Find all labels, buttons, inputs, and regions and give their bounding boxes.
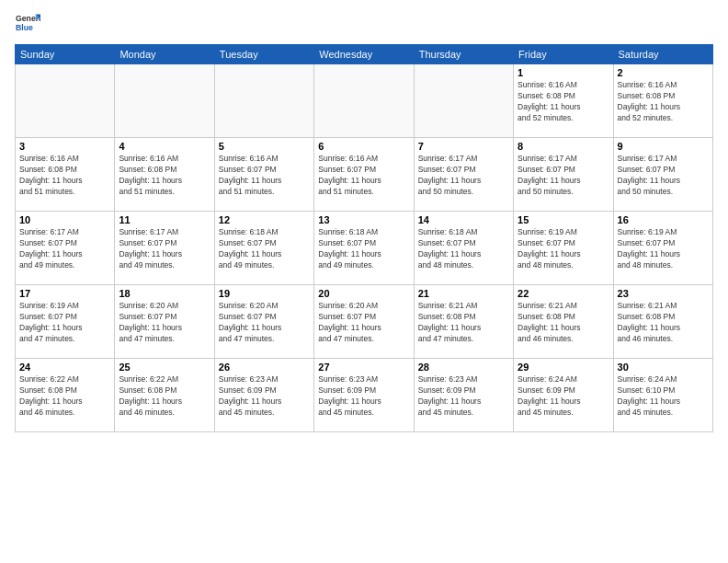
day-info: Sunrise: 6:17 AM Sunset: 6:07 PM Dayligh… bbox=[119, 227, 210, 271]
day-info: Sunrise: 6:19 AM Sunset: 6:07 PM Dayligh… bbox=[518, 227, 609, 271]
day-info: Sunrise: 6:17 AM Sunset: 6:07 PM Dayligh… bbox=[19, 227, 110, 271]
day-info: Sunrise: 6:21 AM Sunset: 6:08 PM Dayligh… bbox=[418, 301, 509, 345]
day-number: 22 bbox=[518, 288, 609, 299]
day-cell: 21Sunrise: 6:21 AM Sunset: 6:08 PM Dayli… bbox=[414, 285, 513, 359]
day-cell: 11Sunrise: 6:17 AM Sunset: 6:07 PM Dayli… bbox=[115, 212, 214, 285]
day-cell: 7Sunrise: 6:17 AM Sunset: 6:07 PM Daylig… bbox=[414, 138, 513, 212]
day-cell: 15Sunrise: 6:19 AM Sunset: 6:07 PM Dayli… bbox=[514, 212, 613, 285]
day-cell: 9Sunrise: 6:17 AM Sunset: 6:07 PM Daylig… bbox=[613, 138, 712, 212]
day-number: 6 bbox=[318, 141, 409, 152]
day-cell: 28Sunrise: 6:23 AM Sunset: 6:09 PM Dayli… bbox=[414, 359, 513, 432]
day-info: Sunrise: 6:16 AM Sunset: 6:08 PM Dayligh… bbox=[19, 154, 110, 198]
day-cell: 5Sunrise: 6:16 AM Sunset: 6:07 PM Daylig… bbox=[214, 138, 313, 212]
day-cell: 27Sunrise: 6:23 AM Sunset: 6:09 PM Dayli… bbox=[314, 359, 414, 432]
day-cell: 30Sunrise: 6:24 AM Sunset: 6:10 PM Dayli… bbox=[613, 359, 712, 432]
day-cell: 22Sunrise: 6:21 AM Sunset: 6:08 PM Dayli… bbox=[514, 285, 613, 359]
day-info: Sunrise: 6:24 AM Sunset: 6:09 PM Dayligh… bbox=[518, 374, 609, 419]
week-row-5: 24Sunrise: 6:22 AM Sunset: 6:08 PM Dayli… bbox=[16, 359, 713, 432]
day-number: 16 bbox=[618, 214, 709, 225]
day-cell: 12Sunrise: 6:18 AM Sunset: 6:07 PM Dayli… bbox=[214, 212, 313, 285]
day-cell: 1Sunrise: 6:16 AM Sunset: 6:08 PM Daylig… bbox=[514, 64, 613, 138]
day-number: 13 bbox=[318, 214, 409, 225]
day-info: Sunrise: 6:23 AM Sunset: 6:09 PM Dayligh… bbox=[418, 374, 509, 419]
day-number: 20 bbox=[318, 288, 409, 299]
day-number: 18 bbox=[119, 288, 210, 299]
day-info: Sunrise: 6:21 AM Sunset: 6:08 PM Dayligh… bbox=[618, 301, 709, 345]
day-cell: 26Sunrise: 6:23 AM Sunset: 6:09 PM Dayli… bbox=[214, 359, 313, 432]
day-number: 25 bbox=[119, 362, 210, 373]
logo: General Blue bbox=[15, 11, 40, 37]
day-info: Sunrise: 6:23 AM Sunset: 6:09 PM Dayligh… bbox=[318, 374, 409, 419]
day-info: Sunrise: 6:16 AM Sunset: 6:08 PM Dayligh… bbox=[119, 154, 210, 198]
day-cell bbox=[414, 64, 513, 138]
day-number: 26 bbox=[219, 362, 310, 373]
day-cell: 18Sunrise: 6:20 AM Sunset: 6:07 PM Dayli… bbox=[115, 285, 214, 359]
day-number: 5 bbox=[219, 141, 310, 152]
day-cell bbox=[115, 64, 214, 138]
day-number: 10 bbox=[19, 214, 110, 225]
day-info: Sunrise: 6:23 AM Sunset: 6:09 PM Dayligh… bbox=[219, 374, 310, 419]
day-cell: 25Sunrise: 6:22 AM Sunset: 6:08 PM Dayli… bbox=[115, 359, 214, 432]
day-info: Sunrise: 6:16 AM Sunset: 6:08 PM Dayligh… bbox=[518, 80, 609, 124]
day-number: 27 bbox=[318, 362, 409, 373]
day-number: 12 bbox=[219, 214, 310, 225]
day-info: Sunrise: 6:19 AM Sunset: 6:07 PM Dayligh… bbox=[618, 227, 709, 271]
weekday-header-wednesday: Wednesday bbox=[314, 45, 414, 64]
weekday-header-friday: Friday bbox=[514, 45, 613, 64]
day-number: 11 bbox=[119, 214, 210, 225]
day-cell bbox=[16, 64, 115, 138]
day-number: 3 bbox=[19, 141, 110, 152]
day-info: Sunrise: 6:20 AM Sunset: 6:07 PM Dayligh… bbox=[318, 301, 409, 345]
day-info: Sunrise: 6:17 AM Sunset: 6:07 PM Dayligh… bbox=[418, 154, 509, 198]
weekday-header-row: SundayMondayTuesdayWednesdayThursdayFrid… bbox=[16, 45, 713, 64]
day-cell: 4Sunrise: 6:16 AM Sunset: 6:08 PM Daylig… bbox=[115, 138, 214, 212]
day-info: Sunrise: 6:17 AM Sunset: 6:07 PM Dayligh… bbox=[518, 154, 609, 198]
day-number: 24 bbox=[19, 362, 110, 373]
day-info: Sunrise: 6:17 AM Sunset: 6:07 PM Dayligh… bbox=[618, 154, 709, 198]
day-cell: 29Sunrise: 6:24 AM Sunset: 6:09 PM Dayli… bbox=[514, 359, 613, 432]
weekday-header-monday: Monday bbox=[115, 45, 214, 64]
day-info: Sunrise: 6:16 AM Sunset: 6:07 PM Dayligh… bbox=[219, 154, 310, 198]
calendar-table: SundayMondayTuesdayWednesdayThursdayFrid… bbox=[15, 44, 713, 432]
day-cell bbox=[214, 64, 313, 138]
day-number: 21 bbox=[418, 288, 509, 299]
day-number: 7 bbox=[418, 141, 509, 152]
day-info: Sunrise: 6:18 AM Sunset: 6:07 PM Dayligh… bbox=[219, 227, 310, 271]
day-info: Sunrise: 6:22 AM Sunset: 6:08 PM Dayligh… bbox=[119, 374, 210, 419]
day-number: 28 bbox=[418, 362, 509, 373]
day-info: Sunrise: 6:18 AM Sunset: 6:07 PM Dayligh… bbox=[318, 227, 409, 271]
day-info: Sunrise: 6:20 AM Sunset: 6:07 PM Dayligh… bbox=[219, 301, 310, 345]
day-info: Sunrise: 6:16 AM Sunset: 6:08 PM Dayligh… bbox=[618, 80, 709, 124]
day-number: 4 bbox=[119, 141, 210, 152]
day-info: Sunrise: 6:24 AM Sunset: 6:10 PM Dayligh… bbox=[618, 374, 709, 419]
day-cell: 14Sunrise: 6:18 AM Sunset: 6:07 PM Dayli… bbox=[414, 212, 513, 285]
day-cell bbox=[314, 64, 414, 138]
day-info: Sunrise: 6:16 AM Sunset: 6:07 PM Dayligh… bbox=[318, 154, 409, 198]
day-cell: 13Sunrise: 6:18 AM Sunset: 6:07 PM Dayli… bbox=[314, 212, 414, 285]
day-number: 30 bbox=[618, 362, 709, 373]
day-cell: 24Sunrise: 6:22 AM Sunset: 6:08 PM Dayli… bbox=[16, 359, 115, 432]
weekday-header-thursday: Thursday bbox=[414, 45, 513, 64]
day-number: 15 bbox=[518, 214, 609, 225]
page-header: General Blue bbox=[15, 11, 713, 37]
day-number: 23 bbox=[618, 288, 709, 299]
day-cell: 2Sunrise: 6:16 AM Sunset: 6:08 PM Daylig… bbox=[613, 64, 712, 138]
day-info: Sunrise: 6:19 AM Sunset: 6:07 PM Dayligh… bbox=[19, 301, 110, 345]
day-cell: 6Sunrise: 6:16 AM Sunset: 6:07 PM Daylig… bbox=[314, 138, 414, 212]
day-info: Sunrise: 6:22 AM Sunset: 6:08 PM Dayligh… bbox=[19, 374, 110, 419]
day-cell: 10Sunrise: 6:17 AM Sunset: 6:07 PM Dayli… bbox=[16, 212, 115, 285]
day-cell: 8Sunrise: 6:17 AM Sunset: 6:07 PM Daylig… bbox=[514, 138, 613, 212]
day-cell: 19Sunrise: 6:20 AM Sunset: 6:07 PM Dayli… bbox=[214, 285, 313, 359]
week-row-2: 3Sunrise: 6:16 AM Sunset: 6:08 PM Daylig… bbox=[16, 138, 713, 212]
day-number: 1 bbox=[518, 67, 609, 78]
logo-icon: General Blue bbox=[15, 11, 40, 37]
weekday-header-tuesday: Tuesday bbox=[214, 45, 313, 64]
week-row-4: 17Sunrise: 6:19 AM Sunset: 6:07 PM Dayli… bbox=[16, 285, 713, 359]
day-number: 29 bbox=[518, 362, 609, 373]
calendar-body: 1Sunrise: 6:16 AM Sunset: 6:08 PM Daylig… bbox=[16, 64, 713, 432]
day-number: 9 bbox=[618, 141, 709, 152]
day-number: 19 bbox=[219, 288, 310, 299]
weekday-header-sunday: Sunday bbox=[16, 45, 115, 64]
week-row-1: 1Sunrise: 6:16 AM Sunset: 6:08 PM Daylig… bbox=[16, 64, 713, 138]
day-cell: 23Sunrise: 6:21 AM Sunset: 6:08 PM Dayli… bbox=[613, 285, 712, 359]
